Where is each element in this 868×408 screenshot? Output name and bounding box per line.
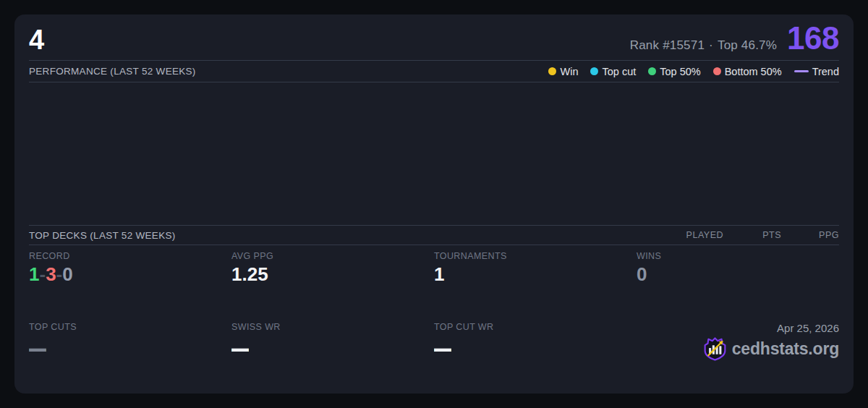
win-dot-icon xyxy=(548,67,556,75)
rank-text: Rank #15571·Top 46.7% xyxy=(630,38,777,53)
record-label: RECORD xyxy=(29,251,231,261)
stat-avg-ppg: AVG PPG 1.25 xyxy=(231,251,434,289)
legend-label: Top cut xyxy=(602,66,636,77)
trend-line-icon xyxy=(794,70,809,72)
header-number: 4 xyxy=(29,26,44,54)
record-separator: - xyxy=(39,263,46,285)
legend-label: Top 50% xyxy=(660,66,700,77)
top-percent-value: Top 46.7% xyxy=(718,38,777,52)
cedhstats-logo-icon xyxy=(704,337,726,361)
stat-wins: WINS 0 xyxy=(637,251,839,289)
brand-name[interactable]: cedhstats.org xyxy=(732,339,839,359)
performance-section-header: PERFORMANCE (LAST 52 WEEKS) Win Top cut … xyxy=(29,61,839,82)
stat-top-cuts: TOP CUTS — xyxy=(29,322,231,394)
top-decks-section-header: TOP DECKS (LAST 52 WEEKS) PLAYED PTS PPG xyxy=(29,226,839,245)
column-played: PLAYED xyxy=(665,230,723,240)
brand-row: cedhstats.org xyxy=(704,337,839,361)
top-cuts-label: TOP CUTS xyxy=(29,322,231,332)
top-cut-wr-no-data-dash: — xyxy=(434,329,451,367)
top-cut-wr-label: TOP CUT WR xyxy=(434,322,637,332)
legend-item-top50: Top 50% xyxy=(648,66,700,77)
top50-dot-icon xyxy=(648,67,656,75)
wins-value: 0 xyxy=(637,264,839,285)
card-header: 4 Rank #15571·Top 46.7% 168 xyxy=(29,14,839,60)
stat-swiss-wr: SWISS WR — xyxy=(231,322,434,394)
performance-chart-empty xyxy=(29,82,839,225)
column-pts: PTS xyxy=(723,230,781,240)
stat-top-cut-wr: TOP CUT WR — xyxy=(434,322,637,394)
tournaments-label: TOURNAMENTS xyxy=(434,251,637,261)
points-value: 168 xyxy=(787,24,839,53)
legend-label: Bottom 50% xyxy=(725,66,782,77)
top-cuts-no-data-dash: — xyxy=(29,329,46,367)
avg-ppg-label: AVG PPG xyxy=(231,251,434,261)
stats-grid: RECORD 1-3-0 AVG PPG 1.25 TOURNAMENTS 1 … xyxy=(29,245,839,394)
wins-label: WINS xyxy=(637,251,839,261)
legend-item-trend: Trend xyxy=(794,66,839,77)
record-draws: 0 xyxy=(62,263,72,285)
header-rank-group: Rank #15571·Top 46.7% 168 xyxy=(630,24,839,53)
legend-label: Win xyxy=(560,66,578,77)
footer-branding: Apr 25, 2026 cedhstats.org xyxy=(637,322,839,394)
legend-item-win: Win xyxy=(548,66,578,77)
swiss-wr-label: SWISS WR xyxy=(231,322,434,332)
legend-label: Trend xyxy=(812,66,839,77)
performance-title: PERFORMANCE (LAST 52 WEEKS) xyxy=(29,66,196,77)
player-stats-card: 4 Rank #15571·Top 46.7% 168 PERFORMANCE … xyxy=(14,14,854,394)
chart-legend: Win Top cut Top 50% Bottom 50% Trend xyxy=(548,66,839,77)
stat-record: RECORD 1-3-0 xyxy=(29,251,231,289)
avg-ppg-value: 1.25 xyxy=(231,264,434,285)
bottom50-dot-icon xyxy=(713,67,721,75)
swiss-wr-no-data-dash: — xyxy=(231,329,249,367)
record-separator: - xyxy=(56,263,63,285)
tournaments-value: 1 xyxy=(434,264,637,285)
column-ppg: PPG xyxy=(781,230,839,240)
record-wins: 1 xyxy=(29,263,39,285)
top-decks-columns: PLAYED PTS PPG xyxy=(665,230,839,240)
top-cut-dot-icon xyxy=(590,67,598,75)
record-value: 1-3-0 xyxy=(29,264,231,285)
legend-item-bottom50: Bottom 50% xyxy=(713,66,782,77)
top-decks-title: TOP DECKS (LAST 52 WEEKS) xyxy=(29,230,176,241)
legend-item-top-cut: Top cut xyxy=(590,66,636,77)
rank-value: Rank #15571 xyxy=(630,38,705,52)
rank-separator: · xyxy=(709,38,713,52)
stat-tournaments: TOURNAMENTS 1 xyxy=(434,251,637,289)
record-losses: 3 xyxy=(46,263,56,285)
card-date: Apr 25, 2026 xyxy=(777,322,839,334)
